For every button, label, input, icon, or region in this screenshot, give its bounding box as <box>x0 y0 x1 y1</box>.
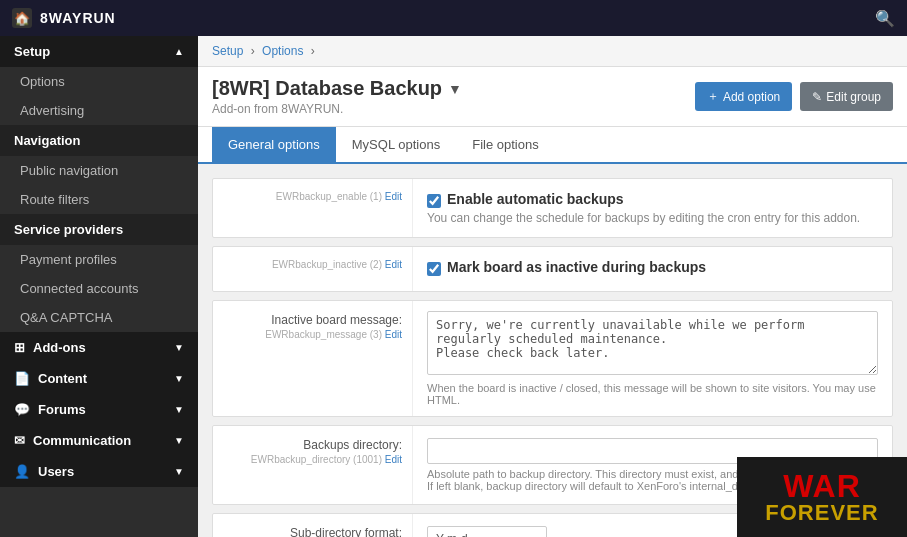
option-label-directory: Backups directory: EWRbackup_directory (… <box>213 426 413 504</box>
message-main-label: Inactive board message: <box>223 313 402 327</box>
title-dropdown-icon[interactable]: ▼ <box>448 81 462 97</box>
users-icon: 👤 <box>14 464 30 479</box>
watermark: WAR FOREVER <box>737 457 907 537</box>
sidebar-content-header[interactable]: 📄 Content ▼ <box>0 363 198 394</box>
navigation-label: Navigation <box>14 133 80 148</box>
sidebar-item-options[interactable]: Options <box>0 67 198 96</box>
communication-icon: ✉ <box>14 433 25 448</box>
inactive-title: Mark board as inactive during backups <box>447 259 706 275</box>
plus-icon: ＋ <box>707 88 719 105</box>
inactive-checkbox-wrap: Mark board as inactive during backups <box>427 259 878 279</box>
directory-main-label: Backups directory: <box>223 438 402 452</box>
enable-backups-desc: You can change the schedule for backups … <box>427 211 878 225</box>
option-edit-link-message[interactable]: Edit <box>385 329 402 340</box>
page-title: [8WR] Database Backup ▼ <box>212 77 462 100</box>
option-edit-link-inactive[interactable]: Edit <box>385 259 402 270</box>
option-label-inactive: EWRbackup_inactive (2) Edit <box>213 247 413 291</box>
option-content-inactive: Mark board as inactive during backups <box>413 247 892 291</box>
content-icon: 📄 <box>14 371 30 386</box>
tab-general-options[interactable]: General options <box>212 127 336 164</box>
sidebar: Setup ▲ Options Advertising Navigation P… <box>0 36 198 537</box>
chevron-down-icon-comm: ▼ <box>174 435 184 446</box>
enable-backups-checkbox-wrap: Enable automatic backups <box>427 191 878 211</box>
sidebar-setup-header[interactable]: Setup ▲ <box>0 36 198 67</box>
sidebar-item-route-filters[interactable]: Route filters <box>0 185 198 214</box>
option-row-message: Inactive board message: EWRbackup_messag… <box>212 300 893 417</box>
sidebar-forums-header[interactable]: 💬 Forums ▼ <box>0 394 198 425</box>
subdir-main-label: Sub-directory format: <box>223 526 402 537</box>
sidebar-navigation-group[interactable]: Navigation <box>0 125 198 156</box>
option-label-message: Inactive board message: EWRbackup_messag… <box>213 301 413 416</box>
chevron-up-icon: ▲ <box>174 46 184 57</box>
sidebar-item-payment-profiles[interactable]: Payment profiles <box>0 245 198 274</box>
breadcrumb-sep2: › <box>311 44 315 58</box>
edit-group-button[interactable]: ✎ Edit group <box>800 82 893 111</box>
sidebar-item-public-navigation[interactable]: Public navigation <box>0 156 198 185</box>
option-edit-link-directory[interactable]: Edit <box>385 454 402 465</box>
addons-label: Add-ons <box>33 340 174 355</box>
option-id-message: EWRbackup_message (3) Edit <box>223 329 402 340</box>
users-label: Users <box>38 464 174 479</box>
addons-icon: ⊞ <box>14 340 25 355</box>
sidebar-item-connected-accounts[interactable]: Connected accounts <box>0 274 198 303</box>
option-id-enable: EWRbackup_enable (1) Edit <box>223 191 402 202</box>
chevron-down-icon-users: ▼ <box>174 466 184 477</box>
site-logo: 8WAYRUN <box>40 10 116 26</box>
tab-mysql-options[interactable]: MySQL options <box>336 127 456 164</box>
add-option-button[interactable]: ＋ Add option <box>695 82 792 111</box>
sidebar-service-group[interactable]: Service providers <box>0 214 198 245</box>
option-edit-link-enable[interactable]: Edit <box>385 191 402 202</box>
tabs-bar: General options MySQL options File optio… <box>198 127 907 164</box>
topbar: 🏠 8WAYRUN 🔍 <box>0 0 907 36</box>
message-hint: When the board is inactive / closed, thi… <box>427 382 878 406</box>
enable-backups-title: Enable automatic backups <box>447 191 624 207</box>
watermark-text: WAR FOREVER <box>765 470 878 524</box>
breadcrumb-sep1: › <box>251 44 255 58</box>
option-row-inactive: EWRbackup_inactive (2) Edit Mark board a… <box>212 246 893 292</box>
option-id-directory: EWRbackup_directory (1001) Edit <box>223 454 402 465</box>
breadcrumb-setup[interactable]: Setup <box>212 44 243 58</box>
option-label-enable: EWRbackup_enable (1) Edit <box>213 179 413 237</box>
option-content-message: Sorry, we're currently unavailable while… <box>413 301 892 416</box>
search-icon[interactable]: 🔍 <box>875 9 895 28</box>
chevron-down-icon-forums: ▼ <box>174 404 184 415</box>
option-row-enable: EWRbackup_enable (1) Edit Enable automat… <box>212 178 893 238</box>
setup-label: Setup <box>14 44 50 59</box>
communication-label: Communication <box>33 433 174 448</box>
sidebar-item-captcha[interactable]: Q&A CAPTCHA <box>0 303 198 332</box>
option-content-enable: Enable automatic backups You can change … <box>413 179 892 237</box>
service-label: Service providers <box>14 222 123 237</box>
chevron-down-icon-addons: ▼ <box>174 342 184 353</box>
subdir-input[interactable] <box>427 526 547 537</box>
option-label-subdir: Sub-directory format: EWRbackup_subdirec… <box>213 514 413 537</box>
home-icon[interactable]: 🏠 <box>12 8 32 28</box>
topbar-left: 🏠 8WAYRUN <box>12 8 116 28</box>
page-header: [8WR] Database Backup ▼ Add-on from 8WAY… <box>198 67 907 127</box>
breadcrumb-options[interactable]: Options <box>262 44 303 58</box>
enable-backups-checkbox[interactable] <box>427 194 441 208</box>
sidebar-users-header[interactable]: 👤 Users ▼ <box>0 456 198 487</box>
inactive-message-textarea[interactable]: Sorry, we're currently unavailable while… <box>427 311 878 375</box>
inactive-checkbox[interactable] <box>427 262 441 276</box>
header-actions: ＋ Add option ✎ Edit group <box>695 82 893 111</box>
pencil-icon: ✎ <box>812 90 822 104</box>
sidebar-addons-header[interactable]: ⊞ Add-ons ▼ <box>0 332 198 363</box>
forums-icon: 💬 <box>14 402 30 417</box>
option-id-inactive: EWRbackup_inactive (2) Edit <box>223 259 402 270</box>
tab-file-options[interactable]: File options <box>456 127 554 164</box>
sidebar-communication-header[interactable]: ✉ Communication ▼ <box>0 425 198 456</box>
content-label: Content <box>38 371 174 386</box>
page-subtitle: Add-on from 8WAYRUN. <box>212 102 462 116</box>
chevron-down-icon-content: ▼ <box>174 373 184 384</box>
forums-label: Forums <box>38 402 174 417</box>
sidebar-item-advertising[interactable]: Advertising <box>0 96 198 125</box>
breadcrumb: Setup › Options › <box>198 36 907 67</box>
